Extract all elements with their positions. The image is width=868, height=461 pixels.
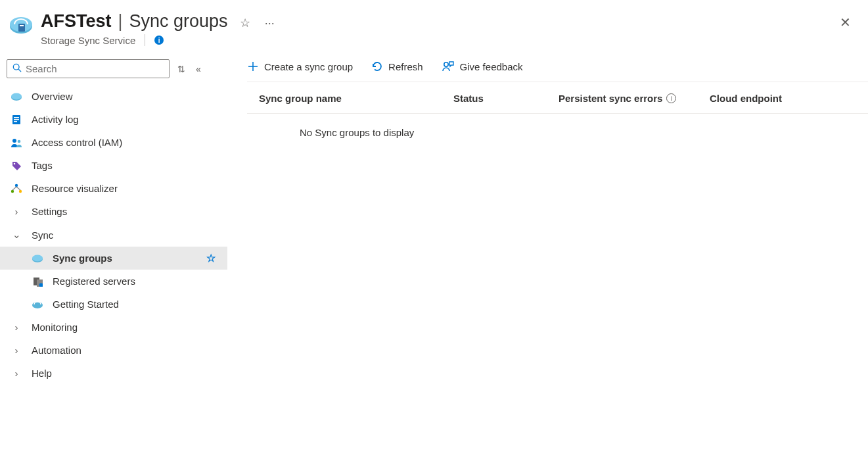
sidebar: ⇅ « Overview Activity log Access control…: [0, 51, 227, 460]
sidebar-item-label: Registered servers: [53, 276, 135, 287]
svg-point-15: [15, 183, 18, 186]
favorite-star-icon[interactable]: ☆: [237, 13, 253, 33]
servers-icon: [32, 276, 43, 287]
resource-type-label: Storage Sync Service: [41, 35, 135, 46]
sidebar-item-activity-log[interactable]: Activity log: [0, 108, 227, 131]
storage-sync-service-icon: [8, 12, 34, 38]
sidebar-item-label: Getting Started: [53, 299, 119, 310]
chevron-right-icon: ›: [11, 206, 22, 217]
toolbar: Create a sync group Refresh Give feedbac…: [247, 57, 868, 82]
svg-rect-9: [14, 117, 19, 118]
empty-state-message: No Sync groups to display: [247, 114, 868, 138]
chevron-right-icon: ›: [11, 368, 22, 379]
refresh-button[interactable]: Refresh: [371, 61, 423, 72]
svg-rect-2: [18, 24, 25, 32]
toolbar-label: Give feedback: [460, 61, 523, 72]
svg-point-12: [12, 139, 16, 143]
sidebar-item-label: Sync: [32, 230, 53, 241]
close-icon[interactable]: ✕: [836, 11, 855, 34]
toolbar-label: Refresh: [388, 61, 423, 72]
svg-line-18: [12, 187, 16, 190]
sidebar-item-label: Access control (IAM): [32, 137, 122, 148]
getting-started-icon: [32, 300, 43, 309]
sort-icon[interactable]: ⇅: [175, 61, 188, 77]
toolbar-label: Create a sync group: [264, 61, 353, 72]
sidebar-item-label: Help: [32, 368, 52, 379]
sidebar-group-help[interactable]: › Help: [0, 362, 227, 385]
svg-rect-3: [20, 25, 24, 26]
title-separator: |: [118, 11, 123, 32]
search-box[interactable]: [7, 59, 170, 78]
pin-star-icon[interactable]: ☆: [206, 252, 216, 264]
info-icon[interactable]: i: [154, 36, 164, 45]
svg-rect-11: [14, 121, 17, 122]
svg-point-28: [444, 62, 447, 66]
sidebar-group-monitoring[interactable]: › Monitoring: [0, 316, 227, 339]
log-icon: [11, 114, 22, 125]
svg-point-13: [18, 139, 21, 143]
sidebar-item-label: Automation: [32, 345, 81, 356]
divider: [145, 34, 145, 46]
info-icon[interactable]: i: [666, 93, 676, 103]
svg-point-16: [11, 189, 14, 192]
page-title: Sync groups: [129, 11, 228, 32]
sidebar-item-label: Settings: [32, 206, 67, 217]
sidebar-item-resource-visualizer[interactable]: Resource visualizer: [0, 177, 227, 200]
svg-point-17: [19, 189, 22, 192]
sidebar-item-access-control[interactable]: Access control (IAM): [0, 131, 227, 154]
sidebar-group-sync[interactable]: ⌄ Sync: [0, 223, 227, 247]
search-input[interactable]: [26, 63, 164, 74]
table-header: Sync group name Status Persistent sync e…: [247, 82, 868, 114]
people-icon: [11, 137, 22, 148]
sidebar-item-label: Resource visualizer: [32, 183, 118, 194]
chevron-right-icon: ›: [11, 345, 22, 356]
tag-icon: [11, 160, 22, 171]
svg-point-21: [32, 255, 43, 261]
plus-icon: [247, 61, 259, 72]
column-cloud-endpoint[interactable]: Cloud endpoint: [710, 93, 868, 104]
sidebar-group-settings[interactable]: › Settings: [0, 200, 227, 223]
column-persistent-sync-errors[interactable]: Persistent sync errors i: [559, 93, 710, 104]
collapse-sidebar-icon[interactable]: «: [193, 61, 204, 77]
sidebar-group-automation[interactable]: › Automation: [0, 339, 227, 362]
svg-point-25: [32, 302, 43, 308]
sidebar-item-label: Sync groups: [53, 253, 112, 264]
main-content: Create a sync group Refresh Give feedbac…: [227, 51, 868, 460]
refresh-icon: [371, 61, 383, 72]
svg-rect-10: [14, 119, 19, 120]
chevron-right-icon: ›: [11, 322, 22, 333]
sidebar-item-tags[interactable]: Tags: [0, 154, 227, 177]
column-label: Persistent sync errors: [559, 93, 662, 104]
create-sync-group-button[interactable]: Create a sync group: [247, 61, 353, 72]
sidebar-item-label: Activity log: [32, 114, 79, 125]
sidebar-item-registered-servers[interactable]: Registered servers: [0, 270, 227, 293]
sidebar-item-label: Overview: [32, 91, 73, 102]
svg-point-7: [11, 93, 22, 99]
column-sync-group-name[interactable]: Sync group name: [259, 93, 453, 104]
page-header: AFSTest | Sync groups ☆ ··· Storage Sync…: [0, 0, 868, 51]
more-menu-icon[interactable]: ···: [262, 14, 277, 33]
sidebar-item-label: Tags: [32, 160, 53, 171]
resource-name: AFSTest: [41, 11, 112, 32]
svg-point-4: [13, 64, 19, 70]
sidebar-item-getting-started[interactable]: Getting Started: [0, 293, 227, 316]
svg-point-14: [14, 162, 16, 164]
give-feedback-button[interactable]: Give feedback: [442, 61, 523, 72]
sidebar-item-label: Monitoring: [32, 322, 78, 333]
search-icon: [12, 63, 22, 74]
sidebar-item-overview[interactable]: Overview: [0, 85, 227, 108]
column-status[interactable]: Status: [453, 93, 559, 104]
cloud-icon: [11, 92, 22, 101]
cloud-icon: [32, 254, 43, 263]
svg-line-5: [18, 69, 21, 72]
feedback-icon: [442, 61, 455, 72]
sidebar-item-sync-groups[interactable]: Sync groups ☆: [0, 247, 227, 270]
chevron-down-icon: ⌄: [11, 229, 22, 241]
visualizer-icon: [11, 183, 22, 194]
svg-line-19: [16, 187, 20, 190]
